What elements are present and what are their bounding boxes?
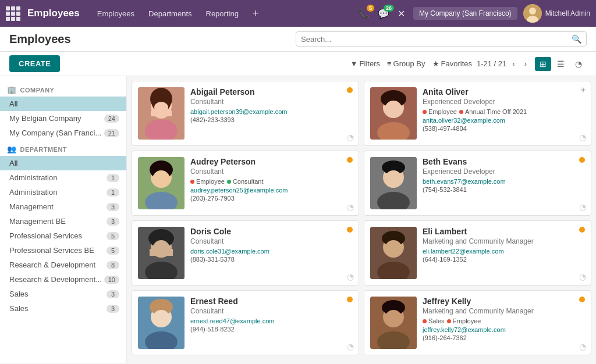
employee-card[interactable]: Anita Oliver Experienced Developer Emplo… (364, 81, 591, 146)
employee-card[interactable]: Abigail Peterson Consultant abigail.pete… (132, 81, 359, 146)
top-nav: Employees Employees Departments Reportin… (0, 0, 596, 27)
phone-icon[interactable]: 📞 5 (356, 6, 372, 22)
employee-card[interactable]: Eli Lambert Marketing and Community Mana… (364, 220, 591, 286)
card-clock-icon: ◔ (347, 272, 354, 281)
sidebar-company-belgian[interactable]: My Belgian Company 24 (0, 111, 126, 126)
kanban-view-button[interactable]: ⊞ (535, 57, 551, 71)
sidebar-dept-rd1[interactable]: Research & Development 8 (0, 258, 126, 272)
card-info: Jeffrey Kelly Marketing and Community Ma… (423, 297, 585, 341)
sidebar-dept-admin1[interactable]: Administration 1 (0, 170, 126, 185)
filter-icon: ▼ (350, 59, 358, 68)
employee-title: Consultant (190, 237, 353, 245)
employee-photo (370, 297, 417, 349)
search-icon: 🔍 (572, 34, 581, 44)
employee-email[interactable]: ernest.reed47@example.com (190, 317, 353, 324)
groupby-button[interactable]: ≡ Group By (387, 59, 425, 68)
search-input[interactable] (301, 35, 572, 44)
svg-point-16 (385, 101, 402, 118)
sidebar-dept-ps-be[interactable]: Professional Services BE 5 (0, 243, 126, 258)
employee-email[interactable]: audrey.peterson25@example.com (190, 187, 353, 194)
employee-phone: (644)-169-1352 (423, 256, 585, 263)
favorites-button[interactable]: ★ Favorites (432, 59, 472, 68)
sidebar-company-all[interactable]: All (0, 97, 126, 111)
employee-card[interactable]: Jeffrey Kelly Marketing and Community Ma… (364, 290, 591, 355)
card-clock-icon: ◔ (579, 133, 586, 142)
nav-reporting[interactable]: Reporting (200, 7, 244, 20)
card-tags: EmployeeConsultant (190, 178, 353, 185)
employee-photo (370, 157, 417, 209)
next-page-button[interactable]: › (521, 58, 530, 69)
sidebar-dept-admin2[interactable]: Administration 1 (0, 185, 126, 199)
employee-title: Marketing and Community Manager (423, 307, 585, 315)
card-tag: Employee (423, 108, 457, 115)
company-icon: 🏢 (7, 85, 17, 94)
activity-view-button[interactable]: ◔ (570, 57, 587, 71)
prev-page-button[interactable]: ‹ (509, 58, 518, 69)
sidebar-company-sf[interactable]: My Company (San Franci... 21 (0, 126, 126, 140)
card-tag: Annual Time Off 2021 (459, 108, 527, 115)
nav-employees[interactable]: Employees (91, 7, 140, 20)
employee-email[interactable]: abigail.peterson39@example.com (190, 108, 353, 115)
sidebar-dept-mgmt-be[interactable]: Management BE 3 (0, 214, 126, 229)
toolbar-filters: ▼ Filters ≡ Group By ★ Favorites (350, 59, 472, 68)
employee-phone: (482)-233-3393 (190, 116, 353, 123)
employee-name: Abigail Peterson (190, 87, 353, 97)
sidebar-dept-ps[interactable]: Professional Services 5 (0, 229, 126, 243)
employee-card[interactable]: Beth Evans Experienced Developer beth.ev… (364, 151, 591, 216)
nav-plus[interactable]: + (247, 5, 265, 22)
tag-dot (423, 110, 427, 114)
employee-email[interactable]: anita.oliver32@example.com (423, 117, 585, 124)
nav-departments[interactable]: Departments (143, 7, 197, 20)
dept-section-title: 👥 DEPARTMENT (0, 140, 126, 156)
close-icon[interactable]: ✕ (395, 6, 407, 22)
employee-phone: (944)-518-8232 (190, 326, 353, 333)
employee-email[interactable]: doris.cole31@example.com (190, 248, 353, 255)
tag-dot (227, 180, 231, 184)
tag-dot (423, 319, 427, 323)
sidebar: 🏢 COMPANY All My Belgian Company 24 My C… (0, 76, 127, 363)
chat-icon[interactable]: 💬 26 (375, 6, 392, 22)
employee-phone: (538)-497-4804 (423, 125, 585, 132)
app-grid-icon[interactable] (6, 6, 20, 21)
card-clock-icon: ◔ (579, 342, 586, 351)
employee-email[interactable]: jeffrey.kelly72@example.com (423, 326, 585, 333)
card-info: Anita Oliver Experienced Developer Emplo… (423, 87, 585, 132)
tag-dot (190, 180, 194, 184)
pagination-count: 1-21 / 21 (477, 59, 506, 68)
tag-dot (447, 319, 451, 323)
user-avatar[interactable] (523, 4, 542, 23)
employee-email[interactable]: beth.evans77@example.com (423, 178, 585, 185)
employee-card[interactable]: Doris Cole Consultant doris.cole31@examp… (132, 220, 359, 286)
company-selector[interactable]: My Company (San Francisco) (413, 7, 517, 20)
brand-name[interactable]: Employees (27, 8, 80, 19)
sidebar-dept-sales1[interactable]: Sales 3 (0, 287, 126, 301)
toolbar: CREATE ▼ Filters ≡ Group By ★ Favorites … (0, 52, 596, 76)
sidebar-dept-mgmt[interactable]: Management 3 (0, 199, 126, 214)
list-view-button[interactable]: ☰ (552, 57, 569, 71)
employee-title: Consultant (190, 167, 353, 176)
employee-email[interactable]: eli.lambert22@example.com (423, 248, 585, 255)
search-bar[interactable]: 🔍 (296, 31, 587, 47)
create-button[interactable]: CREATE (9, 55, 60, 72)
sidebar-dept-rd2[interactable]: Research & Development... 10 (0, 272, 126, 287)
svg-rect-32 (150, 249, 173, 256)
card-clock-icon: ◔ (579, 272, 586, 281)
svg-point-21 (152, 170, 170, 188)
status-dot (347, 87, 353, 93)
filters-button[interactable]: ▼ Filters (350, 59, 380, 68)
status-dot (347, 297, 353, 302)
page-title: Employees (9, 33, 71, 46)
employee-name: Ernest Reed (190, 297, 353, 306)
svg-point-11 (154, 102, 168, 113)
status-dot (579, 227, 585, 233)
sidebar-dept-sales2[interactable]: Sales 3 (0, 301, 126, 316)
sidebar-dept-all[interactable]: All (0, 156, 126, 170)
user-name[interactable]: Mitchell Admin (545, 9, 590, 17)
content-area: Abigail Peterson Consultant abigail.pete… (127, 76, 596, 363)
employee-card[interactable]: Ernest Reed Consultant ernest.reed47@exa… (132, 290, 359, 355)
svg-point-47 (385, 310, 402, 327)
employee-card[interactable]: Audrey Peterson Consultant EmployeeConsu… (132, 151, 359, 216)
groupby-icon: ≡ (387, 59, 392, 68)
card-tag: Sales (423, 317, 445, 324)
employee-title: Consultant (190, 307, 353, 315)
